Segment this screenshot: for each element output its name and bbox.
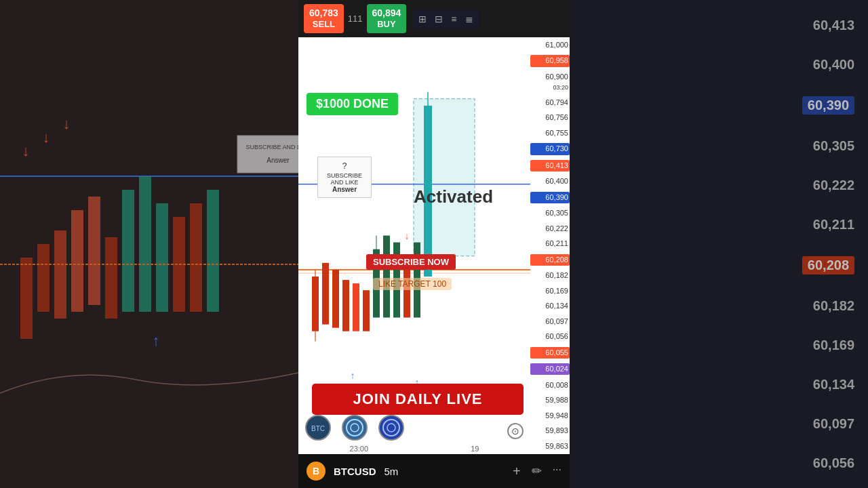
svg-text:SUBSCRIBE AND LIKE: SUBSCRIBE AND LIKE	[245, 144, 298, 150]
svg-rect-31	[332, 270, 339, 328]
join-daily-live-banner: JOIN DAILY LIVE	[312, 384, 524, 415]
svg-rect-13	[207, 190, 219, 312]
center-panel: 60,783 SELL 111 60,894 BUY ⊞ ⊟ ≡ ≣	[298, 0, 570, 488]
right-price-list: 60,413 60,400 60,390 60,305 60,222 60,21…	[570, 0, 868, 488]
add-icon[interactable]: +	[513, 464, 521, 479]
svg-text:↑: ↑	[153, 332, 160, 349]
buy-label: BUY	[372, 19, 401, 30]
sell-label: SELL	[309, 19, 338, 30]
price-60900: 60,90003:20	[530, 72, 570, 93]
subscribe-box-icon: ?	[325, 161, 364, 171]
svg-text:BTC: BTC	[311, 425, 325, 432]
sell-button-group[interactable]: 60,783 SELL	[304, 4, 344, 33]
price-60305: 60,305	[530, 208, 570, 218]
price-60208: 60,208	[530, 254, 570, 266]
svg-rect-10	[156, 203, 168, 312]
price-60400: 60,400	[530, 176, 570, 186]
avatar-2	[342, 415, 368, 441]
right-price-60400: 60,400	[570, 57, 868, 73]
price-59863: 59,863	[530, 441, 570, 451]
price-60056: 60,056	[530, 331, 570, 342]
price-59948: 59,948	[530, 411, 570, 421]
done-banner: $1000 DONE	[307, 93, 398, 115]
toolbar-grid-icon[interactable]: ⊟	[432, 12, 446, 26]
price-60730: 60,730	[530, 143, 570, 155]
svg-rect-23	[414, 99, 475, 256]
subscribe-box-sub: Answer	[325, 186, 364, 193]
right-panel: 60,413 60,400 60,390 60,305 60,222 60,21…	[570, 0, 868, 488]
svg-rect-33	[353, 283, 359, 331]
btc-icon: B	[307, 462, 326, 481]
left-chart-svg: ↓ ↓ ↓ ↑ SUBSCRIBE AND LIKE Answer	[0, 0, 298, 488]
svg-rect-19	[237, 136, 298, 173]
right-price-60134: 60,134	[570, 377, 868, 392]
right-price-60097: 60,097	[570, 416, 868, 432]
chart-header: 60,783 SELL 111 60,894 BUY ⊞ ⊟ ≡ ≣	[298, 0, 570, 37]
svg-text:↓: ↓	[22, 142, 30, 159]
pen-icon[interactable]: ✏	[532, 464, 542, 479]
svg-rect-32	[342, 280, 349, 331]
svg-rect-30	[322, 263, 329, 325]
price-60182: 60,182	[530, 270, 570, 281]
svg-rect-34	[363, 290, 370, 331]
svg-rect-2	[20, 258, 33, 339]
bottom-icons-group: + ✏ ···	[513, 464, 561, 479]
buy-price: 60,894	[372, 7, 401, 19]
price-60134: 60,134	[530, 301, 570, 311]
sell-price: 60,783	[309, 7, 338, 19]
svg-rect-12	[190, 203, 202, 312]
price-60222: 60,222	[530, 224, 570, 234]
price-60211: 60,211	[530, 239, 570, 249]
price-60413: 60,413	[530, 160, 570, 171]
subscribe-box: ? SUBSCRIBE AND LIKE Answer	[317, 157, 372, 198]
price-60055: 60,055	[530, 347, 570, 359]
right-price-60413: 60,413	[570, 18, 868, 33]
svg-text:Answer: Answer	[267, 157, 290, 164]
right-price-60305: 60,305	[570, 138, 868, 154]
more-icon[interactable]: ···	[553, 464, 561, 479]
price-61000: 61,000	[530, 40, 570, 50]
toolbar: ⊞ ⊟ ≡ ≣	[413, 9, 478, 28]
time-labels: 23:00 19	[298, 445, 530, 453]
toolbar-rect-icon[interactable]: ⊞	[416, 12, 429, 26]
svg-rect-37	[383, 236, 390, 318]
sell-button[interactable]: 60,783 SELL	[304, 4, 344, 33]
toolbar-menu-icon[interactable]: ≣	[462, 12, 476, 26]
svg-rect-4	[54, 230, 66, 319]
right-price-60208-red: 60,208	[570, 256, 868, 274]
bottom-bar: B BTCUSD 5m + ✏ ···	[298, 454, 570, 488]
svg-rect-6	[88, 197, 100, 305]
svg-rect-7	[105, 237, 117, 319]
price-59893: 59,893	[530, 426, 570, 436]
price-60958: 60,958	[530, 55, 570, 66]
toolbar-lines-icon[interactable]: ≡	[448, 12, 459, 26]
price-59988: 59,988	[530, 395, 570, 405]
price-60755: 60,755	[530, 128, 570, 138]
svg-text:↓: ↓	[404, 230, 409, 241]
timeframe-text[interactable]: 5m	[384, 466, 399, 477]
price-60390: 60,390	[530, 192, 570, 203]
chart-area: ✓ 2	[298, 37, 570, 454]
price-60169: 60,169	[530, 286, 570, 296]
right-price-60390: 60,390	[570, 96, 868, 115]
price-60008: 60,008	[530, 380, 570, 390]
buy-button[interactable]: 60,894 BUY	[367, 4, 407, 33]
subscribe-now-banner: SUBSCRIBE NOW	[366, 254, 456, 270]
right-price-60182: 60,182	[570, 298, 868, 314]
target-icon: ⊙	[507, 423, 524, 439]
avatar-3	[378, 415, 404, 441]
price-60024: 60,024	[530, 363, 570, 375]
svg-text:↑: ↑	[350, 370, 355, 381]
svg-rect-5	[71, 210, 83, 312]
svg-rect-3	[37, 244, 50, 312]
svg-rect-27	[312, 277, 319, 331]
main-container: Answer ↓ ↓ ↓ ↑	[0, 0, 868, 488]
buy-button-group[interactable]: 60,894 BUY	[367, 4, 407, 33]
svg-rect-9	[139, 176, 151, 312]
price-60097: 60,097	[530, 317, 570, 327]
right-price-60056: 60,056	[570, 455, 868, 471]
left-panel: Answer ↓ ↓ ↓ ↑	[0, 0, 298, 488]
like-target-banner: LIKE TARGET 100	[373, 278, 452, 290]
subscribe-box-text: SUBSCRIBE AND LIKE	[325, 172, 364, 186]
time-label-1: 23:00	[350, 445, 369, 453]
